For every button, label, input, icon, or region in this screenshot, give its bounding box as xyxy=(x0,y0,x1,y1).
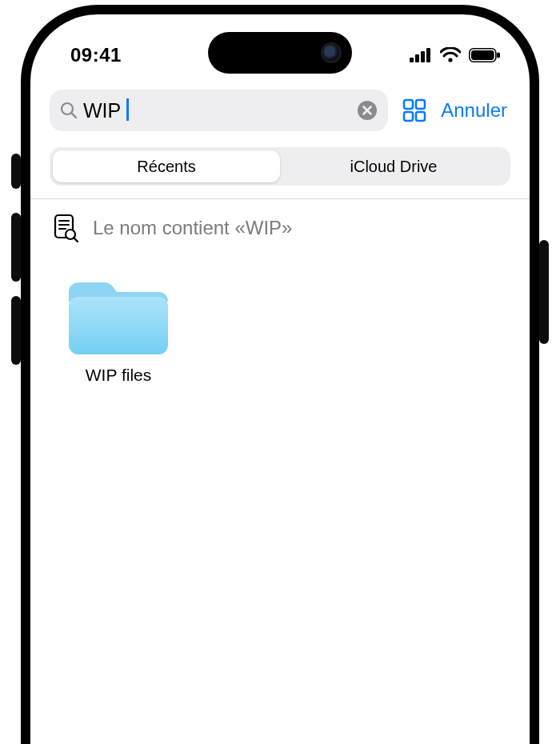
scope-tabs: Récents iCloud Drive xyxy=(30,141,530,197)
device-power-button xyxy=(539,240,549,344)
svg-point-4 xyxy=(448,58,452,62)
tab-recents[interactable]: Récents xyxy=(53,150,280,182)
search-input[interactable]: WIP xyxy=(50,90,388,131)
search-value: WIP xyxy=(83,101,121,121)
svg-rect-14 xyxy=(416,112,425,121)
search-icon xyxy=(59,101,78,120)
clear-search-button[interactable] xyxy=(356,99,378,122)
document-search-icon xyxy=(53,214,78,242)
front-camera xyxy=(323,45,339,61)
search-row: WIP Annuler xyxy=(30,82,530,141)
status-icons xyxy=(410,47,501,63)
tab-label: Récents xyxy=(137,158,195,176)
svg-rect-11 xyxy=(404,100,413,109)
svg-rect-3 xyxy=(426,48,430,62)
screen: 09:41 xyxy=(30,14,530,744)
device-volume-down xyxy=(11,296,21,365)
list-item[interactable]: WIP files xyxy=(46,271,190,385)
dynamic-island xyxy=(208,32,352,74)
cancel-button[interactable]: Annuler xyxy=(441,99,510,122)
cellular-icon xyxy=(410,48,432,62)
svg-rect-0 xyxy=(410,58,414,62)
svg-line-20 xyxy=(74,238,78,242)
text-caret xyxy=(126,98,129,121)
svg-rect-22 xyxy=(69,297,168,354)
iphone-frame: 09:41 xyxy=(21,5,539,744)
filter-label: Le nom contient «WIP» xyxy=(93,217,292,239)
wifi-icon xyxy=(440,47,461,63)
svg-rect-12 xyxy=(416,100,425,109)
folder-icon xyxy=(62,271,174,359)
tab-label: iCloud Drive xyxy=(350,158,438,176)
search-filter-row[interactable]: Le nom contient «WIP» xyxy=(30,199,530,249)
svg-rect-13 xyxy=(404,112,413,121)
svg-line-9 xyxy=(71,113,76,118)
tab-icloud-drive[interactable]: iCloud Drive xyxy=(280,150,507,182)
status-time: 09:41 xyxy=(70,44,122,66)
view-grid-button[interactable] xyxy=(401,97,428,124)
svg-rect-1 xyxy=(415,54,419,62)
results-grid: WIP files xyxy=(30,249,530,407)
device-volume-up xyxy=(11,213,21,282)
svg-rect-7 xyxy=(497,53,500,58)
item-name: WIP files xyxy=(86,366,151,385)
battery-icon xyxy=(469,48,501,62)
svg-rect-2 xyxy=(421,51,425,62)
device-mute-switch xyxy=(11,154,21,189)
svg-rect-6 xyxy=(471,50,494,60)
